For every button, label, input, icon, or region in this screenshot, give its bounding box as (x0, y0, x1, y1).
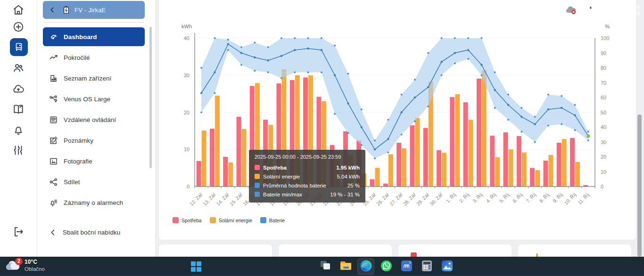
taskbar-clock[interactable]: 8:06 11.10.2025 (613, 3, 640, 16)
photos-icon (441, 260, 454, 272)
legend-label: Solární energie (219, 218, 252, 223)
svg-text:28. Zář: 28. Zář (402, 192, 417, 207)
svg-text:20: 20 (184, 110, 190, 115)
svg-text:80: 80 (601, 65, 606, 71)
photo-icon (49, 157, 58, 166)
add-installation-icon[interactable] (12, 21, 25, 33)
installation-name: FV - JirkaE (74, 7, 106, 14)
sidebar-scrollbar[interactable] (149, 27, 152, 168)
svg-text:12. Zář: 12. Zář (189, 192, 204, 207)
volume-icon[interactable] (598, 6, 608, 14)
weather-widget[interactable]: 2 10°C Oblačno (5, 259, 45, 272)
sidebar-item-fotografie[interactable]: Fotografie (43, 151, 145, 171)
edge-icon (360, 260, 372, 272)
sidebar: FV - JirkaE Dashboard Pokročilé Seznam z… (37, 0, 156, 257)
tooltip-date-range: 2025-09-25 00:00 - 2025-09-25 23:59 (255, 154, 360, 160)
vrm-app-icon (400, 260, 413, 272)
vrm-app-button[interactable] (400, 260, 413, 273)
sidebar-item-label: Seznam zařízení (64, 75, 111, 82)
svg-text:26. Zář: 26. Zář (375, 192, 390, 207)
calculator-icon (421, 260, 433, 272)
screen: FV - JirkaE Dashboard Pokročilé Seznam z… (0, 0, 644, 276)
tray-chevron-up-icon[interactable] (552, 6, 560, 14)
battery-charge-icon (63, 6, 70, 14)
home-icon[interactable] (12, 4, 25, 16)
svg-text:kWh: kWh (182, 24, 192, 29)
svg-text:4. Říj: 4. Říj (485, 192, 497, 204)
chart-tooltip: 2025-09-25 00:00 - 2025-09-25 23:59 Spot… (249, 150, 365, 203)
nodes-icon (49, 95, 58, 104)
svg-text:14. Zář: 14. Zář (215, 192, 230, 207)
sidebar-item-label: Fotografie (64, 158, 92, 165)
legend-swatch-baterie (260, 217, 266, 223)
remote-console-icon (49, 115, 58, 124)
sidebar-item-seznam-zarizeni[interactable]: Seznam zařízení (43, 68, 145, 89)
sidebar-item-poznamky[interactable]: Poznámky (43, 130, 145, 151)
whatsapp-button[interactable] (380, 260, 393, 273)
tooltip-row-solar: Solární energie5.04 kWh (255, 172, 360, 181)
share-icon (49, 178, 58, 187)
folder-icon (339, 260, 352, 272)
device-list-icon (49, 74, 58, 83)
chevron-left-icon[interactable] (49, 6, 56, 14)
logout-icon[interactable] (12, 226, 25, 238)
sidebar-item-sdilet[interactable]: Sdílet (43, 171, 145, 192)
users-icon[interactable] (12, 62, 25, 74)
svg-text:%: % (605, 24, 610, 29)
sidebar-item-dashboard[interactable]: Dashboard (43, 27, 145, 46)
clock-date: 11.10.2025 (613, 10, 640, 16)
svg-text:60: 60 (601, 95, 606, 100)
legend-item-solarni-energie[interactable]: Solární energie (210, 217, 252, 223)
notifications-icon[interactable] (12, 124, 25, 136)
battery-solar-chart[interactable]: 010203040kWh0102030405060708090100%12. Z… (158, 0, 636, 241)
page-scrollbar[interactable] (637, 114, 642, 257)
weather-badge: 2 (15, 258, 23, 265)
legend-label: Baterie (269, 218, 285, 223)
svg-text:10. Říj: 10. Říj (563, 192, 577, 206)
sidebar-item-vzdalene-ovladani[interactable]: Vzdálené ovládání (43, 109, 145, 130)
file-explorer-button[interactable] (339, 260, 353, 273)
svg-text:70: 70 (601, 80, 606, 86)
tooltip-swatch (255, 183, 260, 188)
documentation-icon[interactable] (12, 103, 25, 115)
start-button[interactable] (191, 261, 201, 272)
sidebar-item-label: Poznámky (64, 137, 93, 144)
tooltip-row-spotreba: Spotřeba1.95 kWh (255, 163, 360, 172)
svg-text:11. Říj: 11. Říj (577, 192, 590, 205)
tooltip-swatch (255, 165, 260, 170)
system-tray: 8:06 11.10.2025 (546, 0, 640, 19)
note-edit-icon (49, 136, 58, 145)
legend-swatch-solar (210, 217, 216, 223)
calculator-button[interactable] (421, 260, 434, 273)
task-view-button[interactable] (319, 260, 332, 273)
svg-text:3. Říj: 3. Říj (471, 192, 484, 204)
svg-text:7. Říj: 7. Říj (525, 192, 537, 204)
installations-active[interactable] (10, 38, 28, 56)
svg-text:15. Zář: 15. Zář (228, 192, 243, 207)
cloud-upload-icon[interactable] (12, 83, 25, 95)
svg-text:29. Zář: 29. Zář (415, 192, 430, 207)
onedrive-error-icon[interactable] (565, 5, 577, 15)
svg-text:30: 30 (184, 73, 190, 78)
installation-header-button[interactable]: FV - JirkaE (43, 1, 145, 19)
svg-text:40: 40 (601, 124, 606, 130)
sidebar-item-label: Vzdálené ovládání (64, 116, 116, 123)
sidebar-item-zaznamy-o-alarmech[interactable]: Záznamy o alarmech (43, 192, 145, 213)
svg-text:6. Říj: 6. Říj (512, 192, 524, 204)
collapse-label: Sbalit boční nabídku (63, 229, 120, 236)
svg-text:40: 40 (184, 35, 190, 41)
collapse-sidebar-button[interactable]: Sbalit boční nabídku (43, 222, 145, 243)
legend-item-baterie[interactable]: Baterie (260, 217, 285, 223)
sidebar-item-pokrocile[interactable]: Pokročilé (43, 47, 145, 68)
svg-text:20: 20 (601, 154, 606, 160)
photos-button[interactable] (441, 260, 454, 273)
legend-item-spotreba[interactable]: Spotřeba (173, 217, 202, 223)
svg-text:0: 0 (601, 184, 603, 189)
svg-text:30. Zář: 30. Zář (429, 192, 444, 207)
edge-button[interactable] (360, 260, 373, 273)
sidebar-item-venus-os[interactable]: Venus OS Large (43, 89, 145, 109)
network-icon[interactable] (582, 6, 593, 14)
weather-condition: Oblačno (25, 266, 45, 272)
preferences-icon[interactable] (12, 144, 25, 156)
chevron-left-icon (49, 228, 57, 236)
